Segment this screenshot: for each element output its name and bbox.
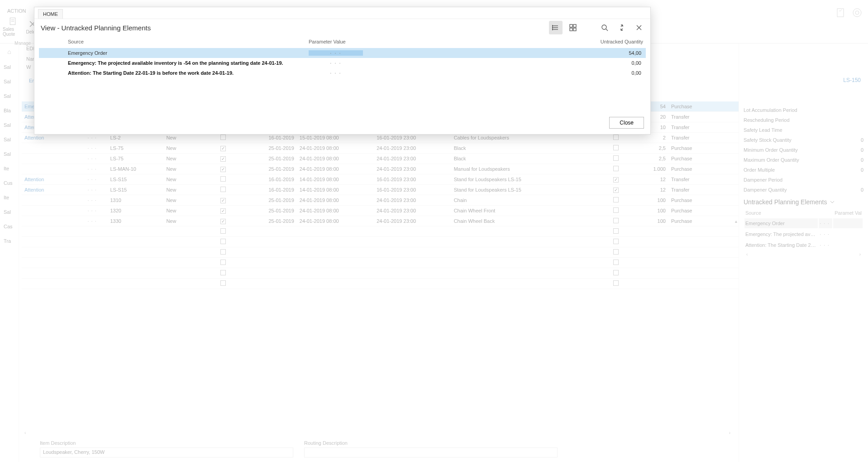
svg-rect-15 <box>573 24 576 27</box>
svg-point-18 <box>602 25 606 29</box>
untracked-elements-dialog: HOME View - Untracked Planning Elements … <box>34 7 651 135</box>
col-source[interactable]: Source <box>41 39 309 44</box>
row-menu-icon[interactable]: · · · <box>309 70 363 76</box>
row-menu-icon[interactable]: · · · <box>309 50 363 56</box>
svg-point-11 <box>552 25 553 26</box>
modal-row[interactable]: Emergency: The projected available inven… <box>39 58 646 68</box>
svg-rect-17 <box>573 28 576 31</box>
list-view-button[interactable] <box>549 21 563 34</box>
close-icon[interactable] <box>632 21 646 34</box>
row-menu-icon[interactable]: · · · <box>309 60 363 66</box>
close-button[interactable]: Close <box>609 117 644 129</box>
svg-rect-16 <box>570 28 572 31</box>
svg-point-13 <box>552 29 553 30</box>
col-untracked-qty[interactable]: Untracked Quantity <box>480 39 644 44</box>
svg-point-12 <box>552 27 553 28</box>
svg-line-19 <box>606 29 608 31</box>
collapse-button[interactable] <box>615 21 629 34</box>
modal-title: View - Untracked Planning Elements <box>41 24 151 32</box>
modal-tab-home[interactable]: HOME <box>38 9 63 19</box>
modal-row[interactable]: Emergency Order· · ·54,00 <box>39 48 646 58</box>
tiles-view-button[interactable] <box>566 21 580 34</box>
modal-column-headers: Source Parameter Value Untracked Quantit… <box>34 36 650 44</box>
search-button[interactable] <box>598 21 611 34</box>
col-parameter-value[interactable]: Parameter Value <box>309 39 480 44</box>
modal-row[interactable]: Attention: The Starting Date 22-01-19 is… <box>39 68 646 78</box>
svg-rect-14 <box>570 24 572 27</box>
